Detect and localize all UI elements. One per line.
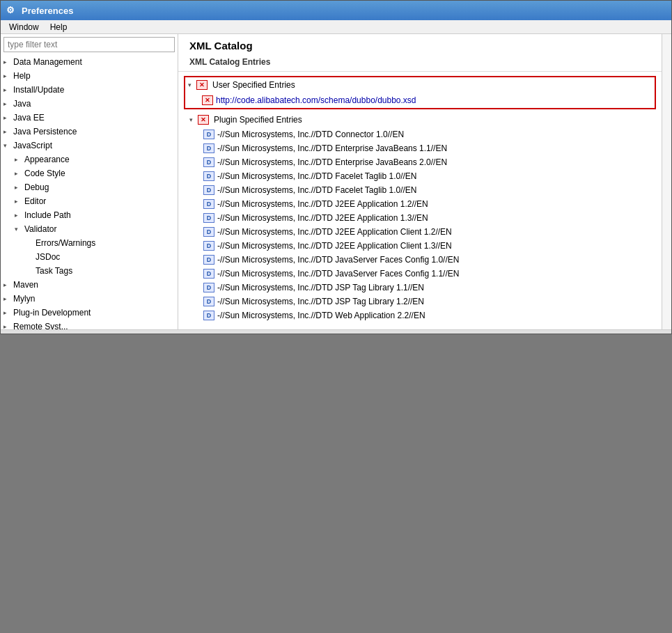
sidebar-item-label: Plug-in Development (12, 308, 91, 318)
user-entry-row[interactable]: ✕ http://code.alibabatech.com/schema/dub… (185, 93, 655, 108)
sidebar-item-plugin-development[interactable]: Plug-in Development (1, 306, 178, 320)
sidebar-item-include-path[interactable]: Include Path (1, 208, 178, 222)
sidebar-item-label: Help (12, 71, 31, 81)
catalog-entry-text: -//Sun Microsystems, Inc.//DTD JavaServe… (217, 269, 459, 279)
sidebar-item-java-persistence[interactable]: Java Persistence (1, 125, 178, 139)
catalog-entry-row: D -//Sun Microsystems, Inc.//DTD JSP Tag… (184, 295, 656, 308)
x-catalog-icon: ✕ (196, 80, 208, 90)
catalog-entry-text: -//Sun Microsystems, Inc.//DTD Enterpris… (217, 157, 447, 167)
d-catalog-icon: D (203, 185, 214, 195)
catalog-entry-text: -//Sun Microsystems, Inc.//DTD J2EE Appl… (217, 241, 452, 251)
catalog-entry-row: D -//Sun Microsystems, Inc.//DTD Enterpr… (184, 155, 656, 169)
sidebar-item-maven[interactable]: Maven (1, 278, 178, 292)
sidebar-item-java-ee[interactable]: Java EE (1, 111, 178, 125)
panel-subtitle: XML Catalog Entries (178, 54, 662, 72)
user-specified-header[interactable]: ▾ ✕ User Specified Entries (185, 77, 655, 93)
catalog-entry-row: D -//Sun Microsystems, Inc.//DTD J2EE Ap… (184, 239, 656, 253)
catalog-entry-row: D -//Sun Microsystems, Inc.//DTD Enterpr… (184, 141, 656, 155)
sidebar-item-mylyn[interactable]: Mylyn (1, 292, 178, 306)
d-catalog-icon: D (203, 241, 214, 251)
d-catalog-icon: D (203, 143, 214, 153)
catalog-entry-row: D -//Sun Microsystems, Inc.//DTD J2EE Ap… (184, 211, 656, 225)
arrow-icon (3, 58, 12, 65)
d-catalog-icon: D (203, 199, 214, 209)
window-title: Preferences (22, 6, 73, 16)
sidebar-item-install-update[interactable]: Install/Update (1, 83, 178, 97)
d-catalog-icon: D (203, 130, 214, 139)
preferences-icon: ⚙ (6, 5, 17, 16)
catalog-entry-text: -//Sun Microsystems, Inc.//DTD Facelet T… (217, 171, 417, 181)
arrow-icon (15, 184, 23, 191)
catalog-entry-text: -//Sun Microsystems, Inc.//DTD JSP Tag L… (217, 283, 424, 292)
d-catalog-icon: D (203, 157, 214, 167)
sidebar-item-jsdoc[interactable]: JSDoc (1, 250, 178, 264)
sidebar-item-label: Task Tags (34, 266, 72, 276)
arrow-icon (15, 226, 23, 233)
catalog-entry-text: -//Sun Microsystems, Inc.//DTD Enterpris… (217, 143, 447, 153)
catalog-entries: ▾ ✕ User Specified Entries ✕ http://code… (178, 72, 662, 329)
arrow-icon (3, 281, 12, 288)
sidebar-item-label: Mylyn (12, 294, 35, 304)
sidebar-item-label: Editor (23, 196, 46, 206)
arrow-icon (15, 212, 23, 219)
menu-help[interactable]: Help (45, 21, 73, 33)
d-catalog-icon: D (203, 311, 214, 320)
main-panel: XML Catalog XML Catalog Entries ▾ ✕ User… (178, 34, 662, 329)
expand-arrow-icon: ▾ (189, 116, 198, 123)
arrow-icon (3, 128, 12, 135)
arrow-icon (3, 100, 12, 107)
sidebar-item-code-style[interactable]: Code Style (1, 166, 178, 180)
x-entry-icon: ✕ (202, 95, 213, 105)
filter-input[interactable] (3, 37, 175, 52)
catalog-entry-text: -//Sun Microsystems, Inc.//DTD J2EE Appl… (217, 199, 428, 209)
catalog-entry-row: D -//Sun Microsystems, Inc.//DTD JavaSer… (184, 253, 656, 267)
sidebar-item-label: Errors/Warnings (34, 238, 95, 248)
sidebar-item-task-tags[interactable]: Task Tags (1, 264, 178, 278)
menu-bar: Window Help (1, 20, 671, 34)
sidebar-item-label: JSDoc (34, 252, 60, 262)
catalog-entry-row: D -//Sun Microsystems, Inc.//DTD Web App… (184, 308, 656, 322)
arrow-icon (3, 114, 12, 121)
menu-window[interactable]: Window (3, 21, 45, 33)
catalog-entry-row: D -//Sun Microsystems, Inc.//DTD J2EE Ap… (184, 225, 656, 239)
sidebar-item-help[interactable]: Help (1, 69, 178, 83)
sidebar-item-editor[interactable]: Editor (1, 194, 178, 208)
sidebar-item-debug[interactable]: Debug (1, 180, 178, 194)
catalog-entry-row: D -//Sun Microsystems, Inc.//DTD JSP Tag… (184, 281, 656, 295)
arrow-icon (3, 323, 12, 329)
catalog-entry-text: -//Sun Microsystems, Inc.//DTD Connector… (217, 130, 404, 139)
d-catalog-icon: D (203, 213, 214, 223)
sidebar-item-label: Java Persistence (12, 127, 77, 136)
sidebar-item-label: Java (12, 99, 31, 109)
sidebar-item-label: Include Path (23, 210, 71, 220)
user-specified-box: ▾ ✕ User Specified Entries ✕ http://code… (184, 76, 656, 109)
arrow-icon (15, 156, 23, 163)
arrow-icon (3, 142, 12, 149)
catalog-entry-text: -//Sun Microsystems, Inc.//DTD Web Appli… (217, 311, 425, 320)
d-catalog-icon: D (203, 171, 214, 181)
sidebar-item-javascript[interactable]: JavaScript (1, 139, 178, 153)
arrow-icon (3, 295, 12, 302)
d-catalog-icon: D (203, 227, 214, 237)
user-entry-url: http://code.alibabatech.com/schema/dubbo… (216, 95, 416, 105)
sidebar-item-remote-syst[interactable]: Remote Syst... (1, 320, 178, 329)
sidebar: Data Management Help Install/Update Java (1, 34, 178, 329)
sidebar-item-errors-warnings[interactable]: Errors/Warnings (1, 236, 178, 250)
sidebar-item-label: Install/Update (12, 85, 64, 95)
plugin-specified-section: ▾ ✕ Plugin Specified Entries D -//Sun Mi… (178, 111, 662, 324)
catalog-entry-text: -//Sun Microsystems, Inc.//DTD Facelet T… (217, 185, 417, 195)
plugin-specified-header[interactable]: ▾ ✕ Plugin Specified Entries (184, 112, 656, 127)
sidebar-item-java[interactable]: Java (1, 97, 178, 111)
arrow-icon (3, 86, 12, 93)
sidebar-item-validator[interactable]: Validator (1, 222, 178, 236)
sidebar-item-appearance[interactable]: Appearance (1, 153, 178, 166)
d-catalog-icon: D (203, 269, 214, 279)
title-bar: ⚙ Preferences (1, 1, 671, 20)
d-catalog-icon: D (203, 255, 214, 265)
d-catalog-icon: D (203, 297, 214, 306)
expand-arrow-icon: ▾ (188, 81, 196, 88)
right-scrollbar[interactable] (662, 34, 671, 329)
sidebar-item-data-management[interactable]: Data Management (1, 55, 178, 69)
sidebar-item-label: Validator (23, 224, 56, 234)
sidebar-item-label: Code Style (23, 169, 65, 178)
